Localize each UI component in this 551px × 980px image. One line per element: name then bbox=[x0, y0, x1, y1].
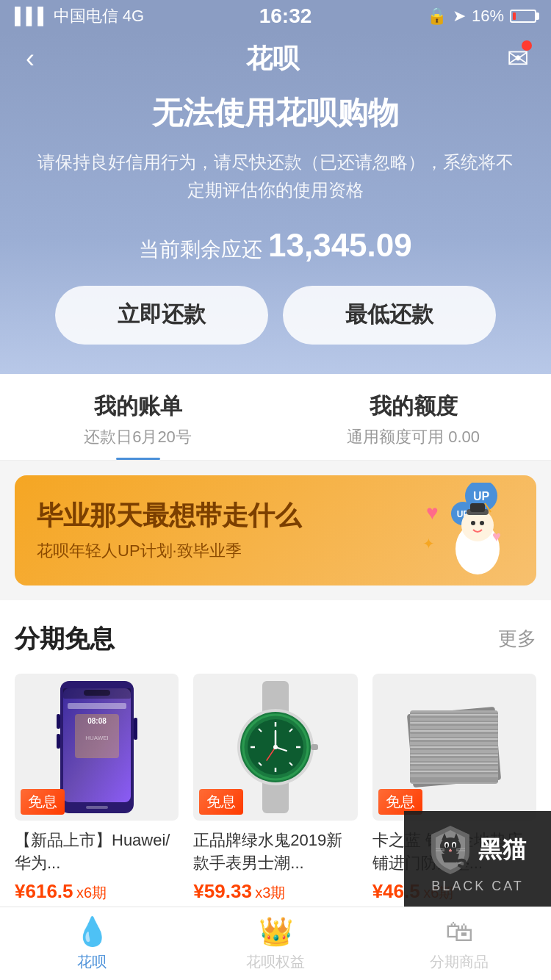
immediate-payment-button[interactable]: 立即还款 bbox=[55, 286, 268, 345]
mail-notification-dot bbox=[522, 40, 532, 51]
section-title: 分期免息 bbox=[15, 622, 115, 656]
svg-rect-57 bbox=[410, 722, 498, 724]
installment-nav-label: 分期商品 bbox=[430, 952, 489, 972]
product-card-watch[interactable]: 免息 正品牌绿水鬼2019新款手表男士潮... ¥59.33 x3期 bbox=[193, 674, 357, 904]
product-badge-1: 免息 bbox=[21, 789, 65, 815]
network-type: 4G bbox=[123, 7, 144, 26]
product-image-mat: 免息 bbox=[372, 674, 536, 821]
svg-rect-61 bbox=[410, 754, 498, 756]
svg-point-43 bbox=[273, 745, 278, 749]
back-button[interactable]: ‹ bbox=[22, 40, 38, 78]
amount-section: 当前剩余应还 13,345.09 bbox=[22, 227, 529, 264]
product-list: 08:08 HUAWEI 免息 【新品上市】Huawei/华为... ¥616.… bbox=[15, 674, 536, 904]
tab-bill-label: 我的账单 bbox=[15, 392, 261, 422]
product-price-1: ¥616.5 x6期 bbox=[15, 880, 179, 903]
time-display: 16:32 bbox=[259, 4, 312, 28]
svg-rect-22 bbox=[57, 734, 60, 749]
banner-title: 毕业那天最想带走什么 bbox=[37, 498, 301, 534]
huabei-nav-icon: 💧 bbox=[75, 915, 109, 948]
carrier-info: ▌▌▌ 中国电信 4G bbox=[15, 5, 144, 27]
banner-subtitle: 花呗年轻人UP计划·致毕业季 bbox=[37, 540, 301, 562]
header-nav: ‹ 花呗 ✉ bbox=[22, 40, 529, 78]
tab-my-credit[interactable]: 我的额度 通用额度可用 0.00 bbox=[276, 374, 551, 460]
minimum-payment-button[interactable]: 最低还款 bbox=[283, 286, 496, 345]
product-badge-3: 免息 bbox=[378, 789, 422, 815]
product-name-2: 正品牌绿水鬼2019新款手表男士潮... bbox=[193, 829, 357, 875]
battery-indicator bbox=[510, 10, 536, 23]
svg-rect-23 bbox=[86, 806, 108, 809]
products-section: 分期免息 更多 bbox=[0, 600, 551, 926]
svg-rect-20 bbox=[134, 718, 137, 740]
location-icon: ➤ bbox=[453, 7, 466, 26]
svg-point-7 bbox=[480, 521, 484, 525]
product-image-watch: 免息 bbox=[193, 674, 357, 821]
tab-bill-sub: 还款日6月20号 bbox=[15, 426, 261, 448]
signal-icon: ▌▌▌ bbox=[15, 7, 49, 26]
nav-item-benefits[interactable]: 👑 花呗权益 bbox=[184, 908, 367, 979]
product-name-3: 卡之蓝 铝合金地垫店铺进门防尘垫... bbox=[372, 829, 536, 875]
battery-percent: 16% bbox=[472, 7, 504, 26]
banner-text: 毕业那天最想带走什么 花呗年轻人UP计划·致毕业季 bbox=[15, 483, 323, 577]
svg-text:✦: ✦ bbox=[422, 536, 435, 552]
main-error-message: 无法使用花呗购物 bbox=[22, 93, 529, 134]
svg-rect-18 bbox=[68, 703, 126, 709]
bottom-navigation: 💧 花呗 👑 花呗权益 🛍 分期商品 bbox=[0, 907, 551, 980]
amount-value: 13,345.09 bbox=[268, 227, 412, 263]
product-price-2: ¥59.33 x3期 bbox=[193, 880, 357, 903]
svg-rect-60 bbox=[410, 746, 498, 748]
promotional-banner[interactable]: 毕业那天最想带走什么 花呗年轻人UP计划·致毕业季 UP UP ♥ bbox=[15, 475, 536, 586]
mail-button[interactable]: ✉ bbox=[507, 43, 529, 74]
product-card-mat[interactable]: 免息 卡之蓝 铝合金地垫店铺进门防尘垫... ¥46.5 x6期 bbox=[372, 674, 536, 904]
svg-text:UP: UP bbox=[473, 490, 490, 502]
section-header: 分期免息 更多 bbox=[15, 622, 536, 656]
svg-text:♥: ♥ bbox=[492, 528, 501, 544]
svg-rect-55 bbox=[410, 777, 498, 782]
product-image-phone: 08:08 HUAWEI 免息 bbox=[15, 674, 179, 821]
svg-rect-21 bbox=[57, 714, 60, 729]
tab-credit-label: 我的额度 bbox=[290, 392, 536, 422]
nav-item-huabei[interactable]: 💧 花呗 bbox=[0, 908, 184, 979]
tabs-section: 我的账单 还款日6月20号 我的额度 通用额度可用 0.00 bbox=[0, 374, 551, 461]
sub-message: 请保持良好信用行为，请尽快还款（已还请忽略），系统将不定期评估你的使用资格 bbox=[22, 148, 529, 205]
svg-rect-44 bbox=[311, 744, 318, 750]
tab-credit-sub: 通用额度可用 0.00 bbox=[290, 426, 536, 448]
svg-rect-59 bbox=[410, 738, 498, 740]
page-title: 花呗 bbox=[246, 41, 299, 77]
lock-icon: 🔒 bbox=[427, 7, 447, 26]
nav-item-installment[interactable]: 🛍 分期商品 bbox=[367, 909, 551, 979]
banner-mascot: UP UP ♥ ♥ ✦ bbox=[411, 483, 514, 578]
svg-text:08:08: 08:08 bbox=[87, 717, 107, 725]
svg-rect-62 bbox=[410, 763, 498, 764]
svg-rect-9 bbox=[470, 503, 485, 512]
svg-text:♥: ♥ bbox=[426, 501, 439, 524]
action-buttons: 立即还款 最低还款 bbox=[22, 286, 529, 345]
benefits-nav-label: 花呗权益 bbox=[246, 952, 305, 972]
huabei-nav-label: 花呗 bbox=[77, 952, 107, 972]
header-section: ‹ 花呗 ✉ 无法使用花呗购物 请保持良好信用行为，请尽快还款（已还请忽略），系… bbox=[0, 32, 551, 374]
amount-label: 当前剩余应还 bbox=[139, 238, 262, 261]
svg-rect-58 bbox=[410, 730, 498, 732]
svg-text:HUAWEI: HUAWEI bbox=[85, 735, 109, 741]
svg-rect-17 bbox=[84, 690, 110, 696]
svg-rect-56 bbox=[410, 714, 498, 716]
tab-my-bill[interactable]: 我的账单 还款日6月20号 bbox=[0, 374, 276, 460]
carrier-name: 中国电信 bbox=[54, 5, 118, 27]
section-more-link[interactable]: 更多 bbox=[498, 626, 536, 652]
product-price-3: ¥46.5 x6期 bbox=[372, 880, 536, 903]
installment-nav-icon: 🛍 bbox=[445, 916, 473, 948]
product-card-phone[interactable]: 08:08 HUAWEI 免息 【新品上市】Huawei/华为... ¥616.… bbox=[15, 674, 179, 904]
benefits-nav-icon: 👑 bbox=[259, 915, 293, 948]
product-name-1: 【新品上市】Huawei/华为... bbox=[15, 829, 179, 875]
svg-rect-63 bbox=[410, 771, 498, 772]
svg-point-6 bbox=[471, 521, 475, 525]
status-bar: ▌▌▌ 中国电信 4G 16:32 🔒 ➤ 16% bbox=[0, 0, 551, 32]
product-badge-2: 免息 bbox=[199, 789, 243, 815]
status-icons: 🔒 ➤ 16% bbox=[427, 7, 536, 26]
